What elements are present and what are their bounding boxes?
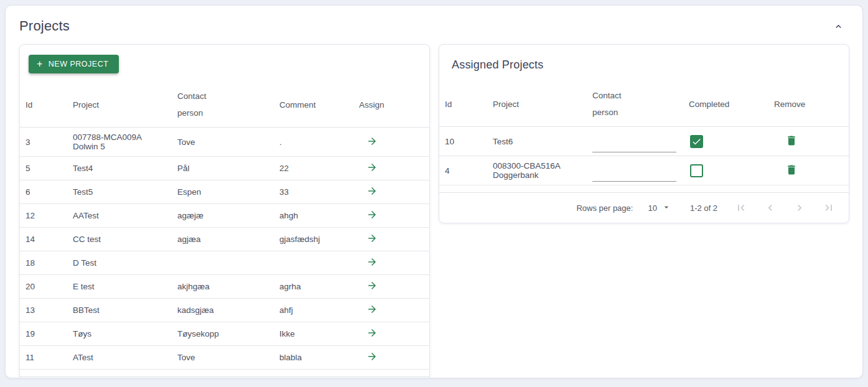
- first-page-button[interactable]: [735, 202, 747, 214]
- cell-comment: .: [274, 128, 354, 157]
- assign-button[interactable]: [359, 351, 378, 362]
- arrow-right-icon: [366, 236, 378, 246]
- assign-button[interactable]: [359, 256, 378, 268]
- trash-icon: [785, 139, 798, 149]
- cell-contact: Tove: [172, 128, 274, 157]
- arrow-right-icon: [366, 355, 378, 364]
- cell-id: 11: [20, 346, 68, 370]
- contact-person-input[interactable]: [592, 168, 676, 182]
- arrow-right-icon: [366, 166, 378, 175]
- chevron-up-icon: [833, 24, 844, 34]
- cell-id: 18: [20, 251, 68, 275]
- col-header-project: Project: [68, 82, 172, 128]
- table-row: 19 Tøys Tøysekopp Ikke: [20, 322, 429, 346]
- chevron-right-icon: [793, 207, 806, 216]
- remove-button[interactable]: [774, 134, 798, 147]
- rows-per-page-label: Rows per page:: [576, 203, 633, 213]
- cell-project: Test5: [68, 180, 172, 204]
- cell-id: 4: [439, 156, 488, 185]
- cell-comment: gjasfædshj: [274, 228, 354, 251]
- rows-per-page-select[interactable]: 10: [648, 202, 671, 214]
- cell-contact: [172, 251, 274, 275]
- cell-comment: agrha: [274, 275, 354, 299]
- cell-project: E test: [68, 275, 172, 299]
- cell-project: BBTest: [68, 299, 172, 322]
- col-header-contact-person: Contact person: [172, 82, 274, 128]
- table-row: 20 E test akjhgæa agrha: [20, 275, 429, 299]
- page-title: Projects: [19, 18, 70, 34]
- table-row: 3 007788-MCA009A Dolwin 5 Tove .: [20, 128, 429, 157]
- table-row: 12 AATest agæjæ ahgh: [20, 204, 429, 228]
- pagination: Rows per page: 10 1-10 of 10: [20, 377, 429, 378]
- cell-comment: ahgh: [274, 204, 354, 228]
- new-project-label: NEW PROJECT: [49, 60, 108, 68]
- cell-comment: blabla: [274, 346, 354, 370]
- arrow-right-icon: [366, 260, 378, 269]
- cell-id: 13: [20, 299, 68, 322]
- cell-id: 5: [20, 157, 68, 180]
- cell-contact: kadsgjæa: [172, 299, 274, 322]
- cell-project: CC test: [68, 228, 172, 251]
- cell-id: 19: [20, 322, 68, 346]
- assigned-projects-card: Assigned Projects Id Project Contact per…: [439, 44, 849, 223]
- col-header-id: Id: [20, 82, 68, 128]
- cell-comment: [274, 251, 354, 275]
- section-header: Projects: [6, 6, 862, 44]
- rows-per-page-value: 10: [648, 203, 656, 213]
- table-footer-divider: [20, 370, 429, 377]
- cell-contact: Tøysekopp: [172, 322, 274, 346]
- table-row: 13 BBTest kadsgjæa ahfj: [20, 299, 429, 322]
- table-row: 18 D Test: [20, 251, 429, 275]
- cell-id: 10: [439, 127, 488, 156]
- cell-project: AATest: [68, 204, 172, 228]
- table-row: 6 Test5 Espen 33: [20, 180, 429, 204]
- col-header-assign: Assign: [354, 82, 429, 128]
- arrow-right-icon: [366, 307, 378, 317]
- assign-button[interactable]: [359, 185, 378, 197]
- completed-checkbox[interactable]: [690, 164, 703, 177]
- cell-contact: Pål: [172, 157, 274, 180]
- arrow-right-icon: [366, 189, 378, 198]
- col-header-contact-person: Contact person: [587, 82, 684, 127]
- cell-contact: agæjæ: [172, 204, 274, 228]
- cell-comment: 22: [274, 157, 354, 180]
- cell-project: D Test: [68, 251, 172, 275]
- assign-button[interactable]: [359, 304, 378, 315]
- cell-project: ATest: [68, 346, 172, 370]
- table-row: 5 Test4 Pål 22: [20, 157, 429, 180]
- cell-comment: 33: [274, 180, 354, 204]
- assign-button[interactable]: [359, 233, 378, 244]
- next-page-button[interactable]: [793, 202, 806, 214]
- assigned-table-header-row: Id Project Contact person Completed Remo…: [439, 82, 849, 127]
- assign-button[interactable]: [359, 136, 378, 147]
- projects-table: Id Project Contact person Comment Assign…: [20, 82, 429, 370]
- chevron-left-icon: [764, 207, 777, 216]
- contact-person-input[interactable]: [592, 139, 676, 152]
- prev-page-button[interactable]: [764, 202, 777, 214]
- col-header-id: Id: [439, 82, 488, 127]
- table-row: 4 008300-CBA516A Doggerbank: [439, 156, 849, 185]
- collapse-button[interactable]: [831, 19, 846, 34]
- assign-button[interactable]: [359, 209, 378, 220]
- new-project-button[interactable]: + NEW PROJECT: [29, 55, 119, 73]
- cell-id: 3: [20, 128, 68, 157]
- col-header-project: Project: [488, 82, 587, 127]
- cell-project: Tøys: [68, 322, 172, 346]
- completed-checkbox[interactable]: [690, 135, 703, 148]
- assign-button[interactable]: [359, 280, 378, 291]
- cell-comment: Ikke: [274, 322, 354, 346]
- cell-id: 6: [20, 180, 68, 204]
- assign-button[interactable]: [359, 327, 378, 338]
- cell-contact: Espen: [172, 180, 274, 204]
- col-header-comment: Comment: [274, 82, 354, 128]
- arrow-right-icon: [366, 139, 378, 149]
- pagination-range: 1-2 of 2: [690, 203, 717, 213]
- pagination: Rows per page: 10 1-2 of 2: [439, 193, 849, 223]
- cell-contact: Tove: [172, 346, 274, 370]
- remove-button[interactable]: [774, 164, 798, 176]
- assign-button[interactable]: [359, 162, 378, 173]
- cell-comment: ahfj: [274, 299, 354, 322]
- last-page-button[interactable]: [823, 202, 835, 214]
- col-header-remove: Remove: [769, 82, 849, 127]
- triangle-down-icon: [661, 202, 671, 214]
